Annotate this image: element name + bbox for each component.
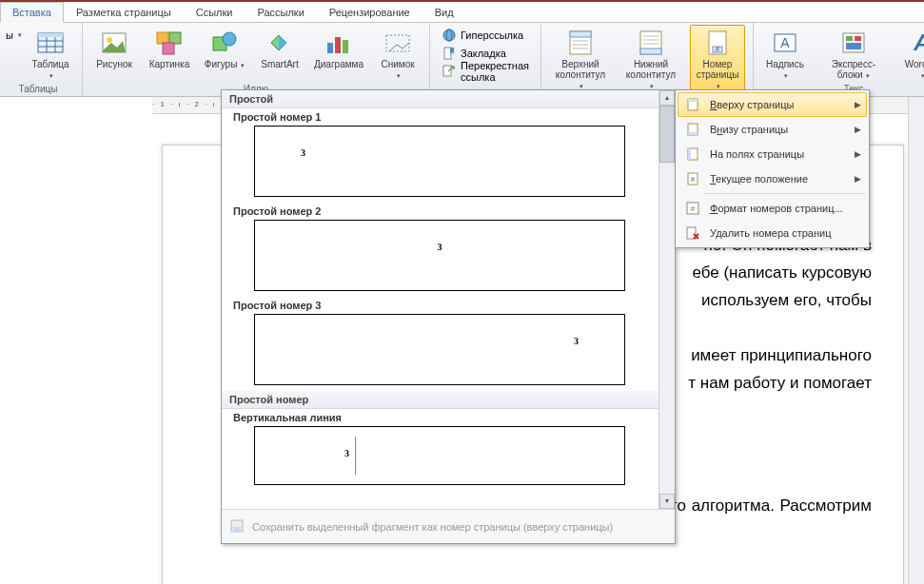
scroll-up-icon[interactable]: ▴: [659, 90, 675, 106]
ribbon: ы▾ Таблица▾ Таблицы Рисунок Картинка: [0, 23, 924, 97]
chart-icon: [324, 28, 354, 58]
smartart-icon: [265, 28, 295, 58]
svg-rect-19: [444, 48, 451, 59]
gallery-section-simple: Простой: [222, 90, 675, 108]
svg-rect-15: [343, 40, 348, 53]
shapes-button[interactable]: Фигуры ▾: [201, 25, 248, 73]
chevron-right-icon: ▶: [855, 125, 861, 134]
page-top-icon: [683, 96, 702, 113]
tab-layout[interactable]: Разметка страницы: [64, 2, 184, 22]
quickparts-button[interactable]: Экспресс-блоки ▾: [816, 25, 891, 84]
clipart-button[interactable]: Картинка: [146, 25, 193, 72]
pages-dropdown[interactable]: ы▾: [2, 27, 19, 44]
svg-rect-9: [169, 32, 181, 44]
pagenumber-button[interactable]: # Номер страницы ▾: [690, 25, 745, 94]
gallery-footer[interactable]: Сохранить выделенный фрагмент как номер …: [222, 509, 675, 543]
svg-rect-27: [640, 49, 661, 54]
chart-button[interactable]: Диаграмма: [311, 25, 366, 72]
save-selection-icon: [229, 518, 246, 535]
tab-mail[interactable]: Рассылки: [245, 2, 316, 22]
svg-rect-5: [38, 33, 63, 37]
table-button[interactable]: Таблица▾: [27, 25, 74, 84]
gallery-item-3-label: Простой номер 3: [222, 297, 675, 312]
hyperlink-icon: [442, 28, 457, 43]
tab-insert[interactable]: Вставка: [0, 2, 64, 23]
chevron-right-icon: ▶: [855, 174, 861, 184]
gallery-item-vline-label: Вертикальная линия: [222, 409, 675, 424]
menu-current-position[interactable]: # Текущее положение ▶: [678, 166, 867, 191]
svg-rect-13: [327, 43, 333, 53]
tab-links[interactable]: Ссылки: [184, 2, 246, 22]
gallery-scrollbar[interactable]: ▴ ▾: [659, 90, 675, 509]
quickparts-icon: [838, 28, 869, 58]
gallery-item-2[interactable]: 3: [254, 220, 625, 291]
table-icon: [35, 28, 66, 58]
pagenumber-gallery: Простой Простой номер 1 3 Простой номер …: [221, 89, 676, 544]
bookmark-icon: [442, 46, 457, 61]
svg-rect-48: [688, 148, 691, 160]
svg-rect-14: [335, 37, 341, 53]
format-pagenum-icon: #: [683, 200, 702, 217]
menu-page-margins[interactable]: На полях страницы ▶: [678, 142, 867, 166]
header-icon: [565, 28, 596, 58]
svg-rect-39: [846, 43, 861, 49]
tab-view[interactable]: Вид: [423, 2, 466, 22]
chevron-right-icon: ▶: [855, 149, 861, 159]
chevron-right-icon: ▶: [855, 100, 861, 109]
svg-rect-22: [570, 31, 591, 37]
menu-bottom-of-page[interactable]: Внизу страницы ▶: [678, 117, 867, 142]
smartart-button[interactable]: SmartArt: [256, 25, 304, 72]
shapes-icon: [209, 28, 240, 58]
gallery-item-2-label: Простой номер 2: [222, 203, 675, 218]
svg-text:A: A: [913, 29, 924, 55]
page-margins-icon: [683, 146, 702, 163]
pagenumber-submenu: Вверху страницы ▶ Внизу страницы ▶ На по…: [675, 89, 870, 248]
svg-rect-38: [855, 36, 861, 41]
gallery-item-vline[interactable]: 3: [254, 426, 625, 485]
wordart-icon: A: [907, 28, 924, 58]
wordart-button[interactable]: A WordArt▾: [898, 25, 924, 84]
svg-rect-37: [846, 36, 853, 41]
screenshot-icon: [383, 28, 413, 58]
svg-text:#: #: [691, 204, 696, 213]
gallery-section-plain: Простой номер: [222, 391, 675, 409]
svg-point-12: [223, 32, 236, 46]
screenshot-button[interactable]: Снимок▾: [374, 25, 422, 84]
svg-text:#: #: [716, 46, 719, 52]
ribbon-tabs: Вставка Разметка страницы Ссылки Рассылк…: [0, 2, 924, 23]
menu-format-pagenumbers[interactable]: # Формат номеров страниц...: [678, 196, 867, 221]
gallery-item-1-label: Простой номер 1: [222, 108, 675, 124]
gallery-item-1[interactable]: 3: [254, 126, 625, 197]
svg-point-17: [443, 29, 455, 41]
svg-rect-44: [688, 99, 698, 102]
textbox-button[interactable]: A Надпись▾: [761, 25, 809, 84]
crossref-button[interactable]: Перекрестная ссылка: [438, 63, 533, 80]
clipart-icon: [154, 28, 185, 58]
crossref-icon: [442, 64, 457, 79]
svg-point-7: [107, 37, 112, 43]
svg-rect-46: [688, 132, 698, 135]
pagenumber-icon: #: [702, 28, 733, 58]
footer-icon: [636, 28, 666, 58]
svg-rect-8: [157, 32, 168, 44]
footer-button[interactable]: Нижний колонтитул ▾: [619, 25, 682, 94]
svg-rect-42: [233, 527, 241, 531]
svg-rect-20: [443, 66, 451, 76]
svg-rect-16: [386, 35, 409, 51]
scroll-thumb[interactable]: [659, 106, 675, 163]
picture-button[interactable]: Рисунок: [90, 25, 138, 72]
menu-remove-pagenumbers[interactable]: Удалить номера страниц: [678, 221, 867, 245]
scroll-down-icon[interactable]: ▾: [659, 494, 675, 509]
svg-rect-10: [163, 43, 174, 54]
remove-pagenum-icon: [683, 224, 702, 242]
vertical-scrollbar[interactable]: [908, 97, 924, 584]
svg-text:#: #: [691, 176, 695, 183]
header-button[interactable]: Верхний колонтитул ▾: [549, 25, 612, 94]
picture-icon: [99, 28, 129, 58]
tab-review[interactable]: Рецензирование: [317, 2, 423, 22]
gallery-item-3[interactable]: 3: [254, 314, 625, 385]
menu-top-of-page[interactable]: Вверху страницы ▶: [678, 92, 867, 117]
current-position-icon: #: [683, 170, 702, 187]
hyperlink-button[interactable]: Гиперссылка: [438, 27, 533, 44]
textbox-icon: A: [770, 28, 800, 58]
